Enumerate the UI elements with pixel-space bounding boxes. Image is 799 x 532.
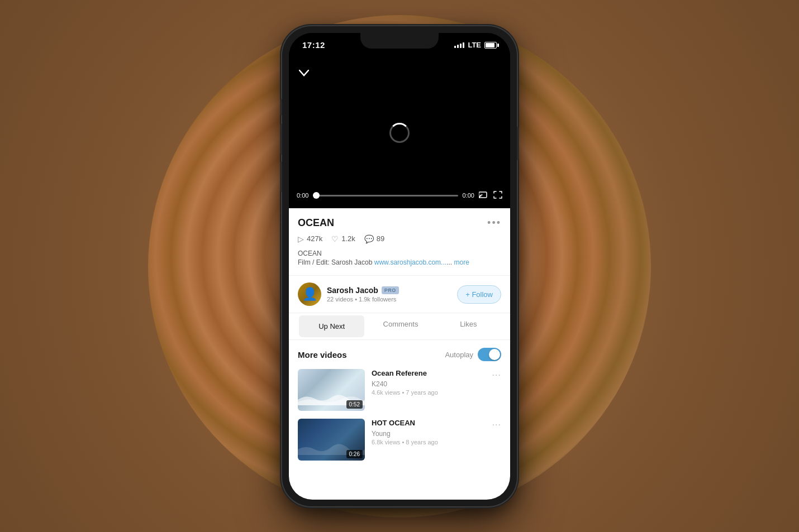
video-2-channel: Young [372,430,486,438]
tab-comments-label: Comments [383,320,418,328]
comments-count: 89 [377,234,384,243]
video-progress-area[interactable]: 0:00 0:00 [297,191,502,200]
follow-label: + Follow [465,290,493,299]
comment-icon: 💬 [364,234,374,243]
video-2-stats: 6.8k views • 8 years ago [372,439,486,445]
loading-spinner [389,123,410,143]
tabs-row: Up Next Comments Likes [298,313,501,339]
description-link[interactable]: www.saroshjacob.com... [374,258,446,266]
tabs-section: Up Next Comments Likes [289,313,510,340]
signal-bar-1 [454,46,456,48]
play-icon: ▷ [298,234,304,243]
signal-bar-4 [463,42,464,48]
video-1-channel: K240 [372,380,486,388]
tab-up-next[interactable]: Up Next [299,315,364,337]
video-2-duration: 0:26 [346,450,363,458]
more-description-link[interactable]: more [454,258,469,266]
autoplay-toggle[interactable] [478,348,501,361]
video-description: OCEAN Film / Edit: Sarosh Jacob www.saro… [298,249,501,268]
comments-stat[interactable]: 💬 89 [364,234,384,243]
autoplay-label: Autoplay [445,351,473,359]
likes-count: 1.2k [341,234,355,243]
author-stats: 22 videos • 1.9k followers [327,296,399,303]
volume-up-button [280,124,282,155]
views-stat: ▷ 427k [298,234,322,243]
cast-icon[interactable] [479,191,489,200]
autoplay-area: Autoplay [445,348,501,361]
phone-screen: 17:12 LTE [289,33,510,500]
views-count: 427k [307,234,322,243]
author-name: Sarosh Jacob [327,286,378,295]
follow-button[interactable]: + Follow [457,285,501,304]
progress-thumb[interactable] [313,192,320,199]
description-sub: Film / Edit: Sarosh Jacob [298,258,372,266]
tab-likes[interactable]: Likes [436,313,501,339]
video-2-meta: HOT OCEAN Young 6.8k views • 8 years ago [372,419,486,445]
video-1-more-button[interactable]: ··· [492,369,501,380]
video-1-stats: 4.6k views • 7 years ago [372,389,486,396]
chevron-down-icon[interactable] [299,68,309,79]
author-section: 👤 Sarosh Jacob PRO 22 videos • 1.9k foll… [289,276,510,313]
video-2-title: HOT OCEAN [372,419,486,428]
video-title: OCEAN [298,217,334,229]
tab-likes-label: Likes [460,320,477,328]
more-videos-title: More videos [298,350,347,360]
status-right-icons: LTE [454,41,497,49]
network-type: LTE [468,41,481,49]
progress-track[interactable] [313,195,458,196]
video-count: 22 videos [327,296,353,303]
author-info: Sarosh Jacob PRO 22 videos • 1.9k follow… [327,286,399,303]
video-player[interactable]: 0:00 0:00 [289,57,510,208]
author-name-row: Sarosh Jacob PRO [327,286,399,295]
tab-up-next-label: Up Next [318,322,345,330]
video-thumbnail-1: 0:52 [298,369,365,411]
author-left: 👤 Sarosh Jacob PRO 22 videos • 1.9k foll… [298,282,399,306]
video-list-item[interactable]: 0:26 HOT OCEAN Young 6.8k views • 8 year… [298,419,501,461]
fullscreen-icon[interactable] [493,191,502,200]
toggle-knob [489,349,500,360]
likes-stat[interactable]: ♡ 1.2k [331,234,355,243]
video-1-meta: Ocean Referene K240 4.6k views • 7 years… [372,369,486,396]
description-text: OCEAN [298,250,322,257]
more-options-button[interactable]: ••• [487,217,501,229]
followers-count: 1.9k followers [359,296,396,303]
author-avatar[interactable]: 👤 [298,282,321,306]
avatar-image: 👤 [302,287,317,301]
video-title-row: OCEAN ••• [298,217,501,229]
battery-icon [484,42,497,49]
volume-down-button [280,161,282,192]
video-stats-row: ▷ 427k ♡ 1.2k 💬 89 [298,234,501,243]
video-list-item[interactable]: 0:52 Ocean Referene K240 4.6k views • 7 … [298,369,501,411]
content-panel: OCEAN ••• ▷ 427k ♡ 1.2k 💬 89 [289,208,510,500]
video-thumbnail-2: 0:26 [298,419,365,461]
video-info-section: OCEAN ••• ▷ 427k ♡ 1.2k 💬 89 [289,208,510,276]
tab-comments[interactable]: Comments [368,313,433,339]
current-time-label: 0:00 [297,192,308,199]
video-1-title: Ocean Referene [372,369,486,378]
power-button [517,127,519,160]
battery-fill [486,43,494,47]
more-videos-section: More videos Autoplay [289,340,510,476]
signal-bar-3 [460,44,462,48]
signal-icon [454,42,464,48]
duration-label: 0:00 [463,192,474,199]
video-1-duration: 0:52 [346,400,363,409]
pro-badge: PRO [382,286,399,294]
status-time: 17:12 [302,40,325,50]
phone-device: 17:12 LTE [282,26,517,506]
phone-notch [360,33,439,49]
mute-button [280,99,282,116]
more-videos-header: More videos Autoplay [298,348,501,361]
video-2-more-button[interactable]: ··· [492,419,501,430]
signal-bar-2 [457,45,459,48]
heart-icon: ♡ [331,234,339,243]
